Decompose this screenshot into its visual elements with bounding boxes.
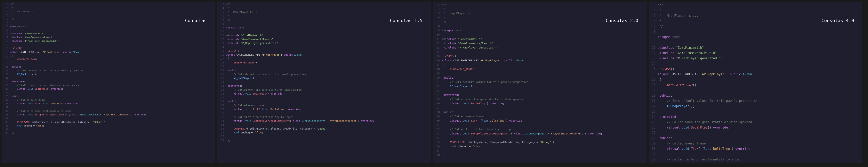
code-line[interactable]: * Map Player is ... (442, 11, 647, 15)
code-line[interactable]: ⊟#include "CoreMinimal.h" (226, 34, 431, 37)
code-line[interactable]: virtual void SetupPlayerInputComponent( … (657, 162, 862, 163)
code-line[interactable]: AP_MapPlayer(); (226, 76, 431, 80)
code-line[interactable]: virtual void Tick( float DeltaTime ) ove… (657, 146, 862, 152)
code-line[interactable]: { (657, 77, 862, 82)
code-line[interactable]: virtual void Tick( float DeltaTime ) ove… (442, 119, 647, 123)
code-line[interactable]: virtual void BeginPlay() override; (226, 92, 431, 96)
code-line[interactable] (10, 117, 215, 120)
code-content[interactable]: ⊟/* * * Map Player is ... * */ #pragma o… (10, 2, 215, 135)
code-line[interactable]: #include "P_MapPlayer.generated.h" (226, 41, 431, 45)
code-line[interactable] (442, 33, 647, 37)
code-line[interactable] (10, 28, 215, 32)
code-line[interactable]: public: (226, 100, 431, 103)
code-line[interactable]: */ (657, 24, 862, 29)
code-line[interactable]: ⊟#include "CoreMinimal.h" (10, 32, 215, 36)
code-line[interactable] (10, 21, 215, 25)
code-line[interactable]: UPROPERTY( EditAnywhere, BlueprintReadWr… (442, 140, 647, 144)
code-line[interactable]: #include "GameFramework/Pawn.h" (657, 50, 862, 56)
code-line[interactable]: public: (442, 76, 647, 80)
code-line[interactable]: #pragma once (657, 34, 862, 40)
code-line[interactable]: protected: (442, 93, 647, 97)
code-line[interactable] (226, 96, 431, 100)
code-line[interactable] (657, 29, 862, 34)
code-line[interactable]: ⊟/* (657, 2, 862, 8)
code-line[interactable] (442, 106, 647, 110)
code-line[interactable]: UCLASS() (10, 47, 215, 50)
code-area[interactable]: 3456789101112131415161718192021222324252… (433, 2, 647, 157)
code-line[interactable] (657, 40, 862, 45)
code-line[interactable]: // Called when the game starts or when s… (10, 83, 215, 87)
code-area[interactable]: 3456789101112131415161718192021222324252… (2, 2, 215, 135)
code-line[interactable] (442, 149, 647, 153)
code-line[interactable]: // Called every frame (10, 98, 215, 102)
code-line[interactable] (10, 43, 215, 47)
code-line[interactable]: ⊟class CASTLEHEROES_API AP_MapPlayer : p… (226, 53, 431, 57)
code-line[interactable]: * Map Player is ... (657, 13, 862, 18)
code-line[interactable]: ⊟#include "CoreMinimal.h" (657, 45, 862, 50)
code-line[interactable] (226, 135, 431, 138)
code-line[interactable]: virtual void SetupPlayerInputComponent( … (226, 119, 431, 123)
code-line[interactable] (657, 109, 862, 114)
code-line[interactable]: ⊟class CASTLEHEROES_API AP_MapPlayer : p… (10, 50, 215, 54)
code-line[interactable]: protected: (226, 84, 431, 88)
code-line[interactable] (657, 88, 862, 93)
code-line[interactable]: * (442, 7, 647, 11)
code-line[interactable]: // Sets default values for this pawn's p… (226, 73, 431, 76)
code-line[interactable] (226, 111, 431, 115)
code-line[interactable]: #include "P_MapPlayer.generated.h" (442, 45, 647, 50)
code-line[interactable] (226, 30, 431, 34)
code-line[interactable]: }; (10, 131, 215, 135)
code-line[interactable]: UCLASS() (226, 49, 431, 53)
code-line[interactable]: #pragma once (442, 28, 647, 33)
code-line[interactable]: * (10, 13, 215, 17)
code-line[interactable]: // Called when the game starts or when s… (657, 120, 862, 125)
code-line[interactable]: * (226, 14, 431, 18)
code-line[interactable]: bool bDebug = false; (10, 124, 215, 128)
code-line[interactable]: virtual void BeginPlay() override; (657, 125, 862, 130)
code-line[interactable] (10, 61, 215, 65)
code-line[interactable] (442, 123, 647, 127)
code-line[interactable]: virtual void Tick( float DeltaTime ) ove… (10, 102, 215, 106)
code-line[interactable] (657, 130, 862, 135)
code-line[interactable] (10, 128, 215, 131)
code-line[interactable]: */ (10, 17, 215, 21)
code-line[interactable]: #include "P_MapPlayer.generated.h" (10, 39, 215, 43)
code-line[interactable]: // Called to bind functionality to input (442, 127, 647, 131)
code-content[interactable]: ⊟/* * * Map Player is ... * */ #pragma o… (657, 2, 862, 163)
code-line[interactable]: virtual void Tick( float DeltaTime ) ove… (226, 108, 431, 111)
code-line[interactable]: public: (226, 69, 431, 73)
code-line[interactable]: protected: (657, 114, 862, 120)
code-area[interactable]: 3456789101112131415161718192021222324252… (649, 2, 862, 163)
code-line[interactable]: GENERATED_BODY() (442, 67, 647, 71)
code-line[interactable] (226, 45, 431, 49)
code-line[interactable]: #include "GameFramework/Pawn.h" (226, 37, 431, 41)
code-line[interactable]: public: (657, 93, 862, 98)
code-line[interactable]: virtual void SetupPlayerInputComponent( … (442, 131, 647, 136)
code-line[interactable]: UCLASS() (657, 66, 862, 72)
code-line[interactable]: // Sets default values for this pawn's p… (10, 69, 215, 73)
code-line[interactable]: ⊟class CASTLEHEROES_API AP_MapPlayer : p… (657, 72, 862, 77)
code-content[interactable]: ⊟/* * * Map Player is ... * */ #pragma o… (442, 2, 647, 157)
code-line[interactable]: #include "GameFramework/Pawn.h" (10, 36, 215, 39)
code-content[interactable]: ⊟/* * * Map Player is ... * */ #pragma o… (226, 2, 431, 142)
code-line[interactable]: }; (442, 153, 647, 157)
code-line[interactable]: ⊟/* (10, 2, 215, 6)
code-line[interactable]: AP_MapPlayer(); (10, 73, 215, 76)
code-line[interactable]: GENERATED_BODY() (657, 82, 862, 88)
code-line[interactable]: ⊟/* (442, 2, 647, 7)
code-line[interactable]: // Called when the game starts or when s… (226, 88, 431, 92)
code-line[interactable]: * (10, 6, 215, 10)
code-line[interactable]: public: (10, 65, 215, 69)
code-line[interactable]: // Called every frame (226, 103, 431, 108)
code-line[interactable]: #pragma once (10, 25, 215, 28)
code-line[interactable]: public: (442, 110, 647, 114)
code-line[interactable]: }; (226, 138, 431, 142)
code-line[interactable]: * Map Player is ... (226, 10, 431, 14)
code-line[interactable]: protected: (10, 80, 215, 83)
code-line[interactable]: #include "GameFramework/Pawn.h" (442, 41, 647, 45)
code-line[interactable] (226, 80, 431, 84)
code-line[interactable]: #include "P_MapPlayer.generated.h" (657, 56, 862, 61)
code-line[interactable] (442, 71, 647, 76)
code-line[interactable]: virtual void BeginPlay() override; (442, 101, 647, 106)
code-line[interactable]: AP_MapPlayer(); (657, 103, 862, 109)
